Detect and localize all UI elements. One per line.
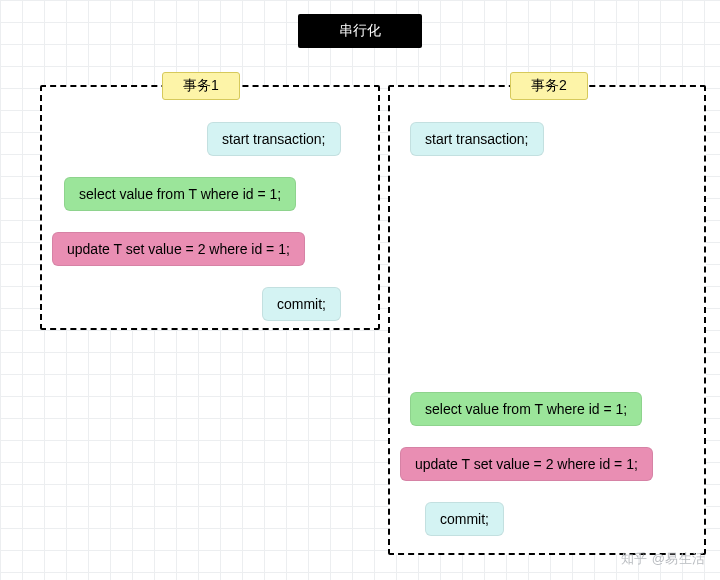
- txn2-start-transaction: start transaction;: [410, 122, 544, 156]
- diagram-title: 串行化: [298, 14, 422, 48]
- diagram-canvas: 串行化 事务1 start transaction; select value …: [0, 0, 720, 580]
- transaction-2-box: 事务2 start transaction; select value from…: [388, 85, 706, 555]
- watermark-text: 知乎 @易生活: [621, 550, 706, 568]
- txn2-select-stmt: select value from T where id = 1;: [410, 392, 642, 426]
- txn1-start-transaction: start transaction;: [207, 122, 341, 156]
- transaction-1-box: 事务1 start transaction; select value from…: [40, 85, 380, 330]
- transaction-2-label: 事务2: [510, 72, 588, 100]
- transaction-1-label: 事务1: [162, 72, 240, 100]
- txn1-update-stmt: update T set value = 2 where id = 1;: [52, 232, 305, 266]
- txn1-select-stmt: select value from T where id = 1;: [64, 177, 296, 211]
- txn2-commit-stmt: commit;: [425, 502, 504, 536]
- txn1-commit-stmt: commit;: [262, 287, 341, 321]
- txn2-update-stmt: update T set value = 2 where id = 1;: [400, 447, 653, 481]
